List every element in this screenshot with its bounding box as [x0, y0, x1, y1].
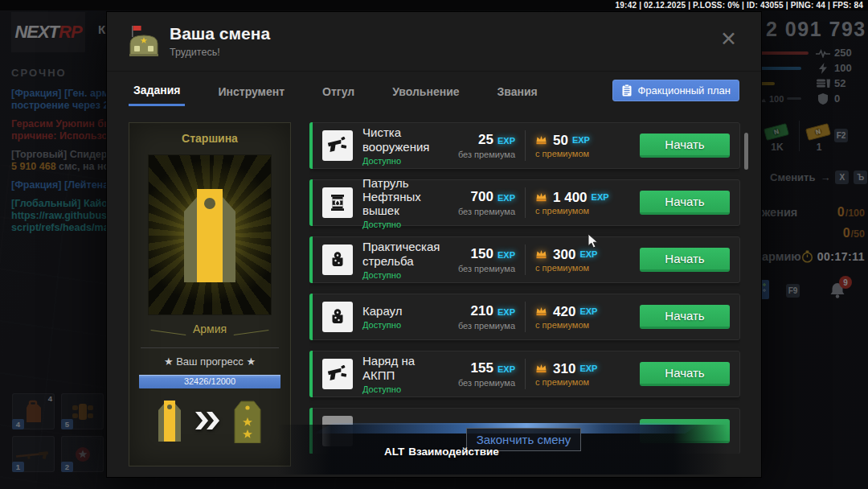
- reward-premium: 300EXP с премиумом: [535, 248, 628, 273]
- task-row: Практическая стрельба Доступно 150EXP бе…: [309, 236, 740, 283]
- task-status: Доступно: [362, 320, 441, 330]
- reward-divider: [525, 187, 526, 218]
- tab-ranks[interactable]: Звания: [493, 83, 542, 106]
- military-base-icon: [126, 24, 162, 61]
- task-accent-bar: [309, 122, 313, 169]
- exp-label: EXP: [497, 193, 515, 203]
- reward-divider: [525, 359, 526, 389]
- tab-tool[interactable]: Инструмент: [213, 83, 289, 106]
- task-title: Практическая стрельба: [362, 240, 441, 268]
- exp-premium-value: 420: [553, 305, 575, 318]
- close-icon[interactable]: ✕: [715, 28, 742, 50]
- task-list-scrollbar[interactable]: [744, 133, 748, 170]
- fraction-plan-button[interactable]: Фракционный план: [612, 80, 739, 101]
- task-accent-bar: [309, 179, 313, 226]
- decor-line-left: [151, 323, 187, 335]
- start-task-button[interactable]: Начать: [640, 305, 730, 329]
- exp-label: EXP: [497, 307, 515, 317]
- progress-title: ★ Ваш прогресс ★: [129, 355, 290, 368]
- exp-value: 210: [471, 303, 493, 319]
- with-premium-label: с премиумом: [535, 149, 628, 158]
- exp-label: EXP: [592, 192, 609, 202]
- next-rank-epaulette-icon: [231, 398, 264, 443]
- start-task-button[interactable]: Начать: [640, 248, 730, 272]
- tab-tasks[interactable]: Задания: [129, 83, 185, 106]
- task-row: Чистка вооружения Доступно 25EXP без пре…: [309, 122, 740, 169]
- rank-card: Старшина Армия ★ Ваш прогресс ★ 32426/: [129, 122, 291, 466]
- reward-premium: 1 400EXP с премиумом: [535, 191, 628, 216]
- task-row: Патруль Нефтяных вышек Доступно 700EXP б…: [309, 179, 740, 226]
- start-task-button[interactable]: Начать: [640, 134, 730, 158]
- card-divider: [141, 347, 279, 348]
- tab-dayoff[interactable]: Отгул: [317, 83, 359, 106]
- crown-icon: [535, 364, 547, 373]
- reward-premium: 310EXP с премиумом: [535, 362, 628, 387]
- exp-premium-value: 50: [553, 134, 568, 147]
- progress-value: 32426/12000: [139, 375, 280, 388]
- mouse-cursor: [588, 233, 600, 253]
- no-premium-label: без премиума: [441, 321, 515, 331]
- fraction-plan-label: Фракционный план: [637, 84, 731, 97]
- epaulette-icon: [176, 187, 244, 282]
- no-premium-label: без премиума: [441, 264, 515, 273]
- with-premium-label: с премиумом: [535, 320, 628, 330]
- exp-value: 25: [478, 132, 493, 148]
- oil-barrel-icon: [322, 187, 353, 218]
- task-rewards: 25EXP без премиума 50EXP с премиумом: [441, 130, 628, 161]
- task-status: Доступно: [362, 384, 441, 394]
- task-title: Патруль Нефтяных вышек: [362, 176, 441, 218]
- pistol-icon: [322, 359, 353, 389]
- start-task-button[interactable]: Начать: [640, 191, 730, 215]
- task-text: Караул Доступно: [362, 304, 441, 330]
- exp-value: 155: [471, 360, 493, 376]
- reward-no-premium: 155EXP без премиума: [441, 360, 515, 388]
- task-title: Караул: [362, 304, 441, 318]
- task-accent-bar: [309, 351, 313, 397]
- rank-progress-bar: 32426/12000: [139, 375, 280, 388]
- fraction-name-row: Армия: [129, 323, 290, 335]
- shift-dialog: Ваша смена Трудитесь! ✕ Задания Инструме…: [107, 12, 761, 477]
- status-topbar: 19:42 | 02.12.2025 | P.LOSS: 0% | ID: 43…: [0, 0, 868, 10]
- reward-no-premium: 210EXP без премиума: [441, 303, 515, 331]
- task-text: Патруль Нефтяных вышек Доступно: [362, 176, 441, 230]
- reward-divider: [525, 302, 526, 332]
- rank-artwork: [148, 154, 272, 315]
- exp-premium-value: 1 400: [553, 191, 588, 204]
- dialog-header: Ваша смена Трудитесь! ✕: [107, 12, 761, 72]
- task-rewards: 155EXP без премиума 310EXP с премиумом: [441, 359, 628, 389]
- interaction-label: Взаимодействие: [408, 446, 499, 458]
- exp-label: EXP: [579, 364, 597, 373]
- task-title: Наряд на АКПП: [362, 354, 441, 382]
- task-row: Караул Доступно 210EXP без премиума 420E…: [309, 294, 740, 340]
- double-chevron-icon: [194, 412, 221, 429]
- reward-premium: 420EXP с премиумом: [535, 305, 628, 330]
- reward-premium: 50EXP с премиумом: [535, 134, 628, 158]
- start-task-button[interactable]: Начать: [640, 362, 730, 386]
- task-rewards: 150EXP без премиума 300EXP с премиумом: [441, 244, 628, 275]
- alt-key-label: ALT: [384, 446, 404, 458]
- exp-label: EXP: [572, 135, 590, 145]
- dialog-subtitle: Трудитесь!: [170, 47, 220, 58]
- crown-icon: [535, 192, 547, 202]
- decor-line-right: [233, 323, 269, 335]
- target-icon: [322, 302, 353, 332]
- exp-value: 700: [471, 189, 493, 205]
- task-status: Доступно: [362, 220, 441, 229]
- no-premium-label: без премиума: [441, 150, 515, 159]
- dialog-tabs: Задания Инструмент Отгул Увольнение Зван…: [129, 83, 542, 106]
- tab-resign[interactable]: Увольнение: [387, 83, 464, 106]
- no-premium-label: без премиума: [441, 207, 515, 216]
- topbar-stats: 19:42 | 02.12.2025 | P.LOSS: 0% | ID: 43…: [616, 1, 863, 10]
- task-accent-bar: [309, 294, 313, 340]
- rank-upgrade-row: [129, 398, 290, 443]
- clipboard-icon: [621, 84, 633, 97]
- alt-interaction-hint: ALT Взаимодействие: [384, 446, 499, 458]
- task-list: Чистка вооружения Доступно 25EXP без пре…: [309, 122, 740, 454]
- with-premium-label: с премиумом: [535, 377, 628, 387]
- task-text: Практическая стрельба Доступно: [362, 240, 441, 280]
- crown-icon: [535, 135, 547, 145]
- reward-no-premium: 150EXP без премиума: [441, 246, 515, 273]
- exp-label: EXP: [497, 250, 515, 260]
- exp-label: EXP: [497, 136, 515, 146]
- fraction-name: Армия: [193, 323, 227, 335]
